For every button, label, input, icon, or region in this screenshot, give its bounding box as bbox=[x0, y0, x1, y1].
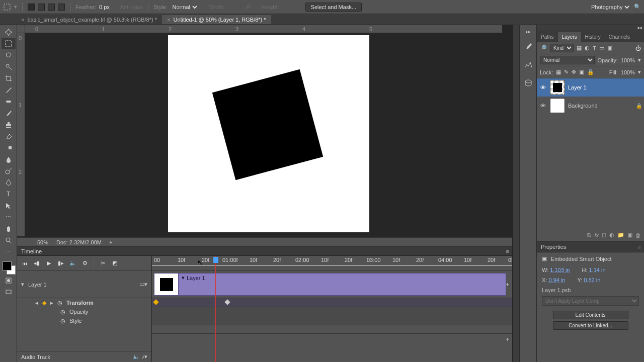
timeline-layer-row[interactable]: ▾ Layer 1 ▭▾ bbox=[17, 271, 151, 298]
filter-toggle[interactable]: ⏻ bbox=[635, 45, 641, 51]
layer-options-icon[interactable]: ▭▾ bbox=[139, 281, 147, 288]
selection-subtract-icon[interactable] bbox=[48, 4, 55, 11]
timeline-prop-style[interactable]: ◷ Style bbox=[17, 316, 151, 325]
layer-thumbnail[interactable] bbox=[550, 80, 565, 95]
filter-icon[interactable]: 🔎 bbox=[540, 45, 547, 51]
chevron-down-icon[interactable]: ▾ bbox=[638, 57, 641, 63]
brush-tool-icon[interactable] bbox=[2, 107, 16, 119]
filter-shape-icon[interactable]: ▭ bbox=[599, 45, 604, 51]
ruler-horizontal[interactable]: 0 1 2 3 4 5 bbox=[25, 25, 502, 33]
ruler-origin[interactable] bbox=[17, 25, 25, 33]
layer-row-layer1[interactable]: 👁 Layer 1 bbox=[537, 78, 644, 97]
select-and-mask-button[interactable]: Select and Mask... bbox=[305, 3, 362, 12]
layer-filter-select[interactable]: Kind bbox=[550, 44, 574, 52]
work-area-bar[interactable] bbox=[152, 263, 512, 268]
prop-y-value[interactable]: 0.82 in bbox=[584, 277, 600, 283]
audio-track-lane[interactable]: ＋ bbox=[152, 333, 512, 344]
prop-x-value[interactable]: 0.94 in bbox=[548, 277, 565, 283]
layer-content-shape[interactable] bbox=[212, 69, 323, 180]
close-icon[interactable]: × bbox=[21, 17, 24, 23]
style-track[interactable] bbox=[152, 316, 512, 325]
keyframe-icon[interactable] bbox=[153, 299, 158, 305]
tab-doc-1[interactable]: × basic_smart_object_example.tif @ 50.3%… bbox=[16, 15, 162, 24]
close-icon[interactable]: × bbox=[167, 17, 170, 23]
lock-paint-icon[interactable]: ✎ bbox=[564, 69, 569, 75]
tab-doc-2[interactable]: × Untitled-1 @ 50% (Layer 1, RGB/8*) * bbox=[162, 15, 271, 24]
next-frame-icon[interactable]: ▮▸ bbox=[57, 260, 64, 267]
add-audio-icon[interactable]: ＋ bbox=[503, 335, 511, 343]
audio-mute-icon[interactable]: 🔈 bbox=[133, 353, 140, 360]
play-icon[interactable]: ▶ bbox=[45, 260, 52, 267]
lock-position-icon[interactable]: ✥ bbox=[572, 69, 576, 75]
layer-name[interactable]: Background bbox=[568, 103, 598, 109]
group-icon[interactable]: 📁 bbox=[617, 232, 624, 238]
lock-all-icon[interactable]: 🔒 bbox=[587, 69, 594, 75]
visibility-icon[interactable]: 👁 bbox=[539, 103, 547, 109]
doc-size[interactable]: Doc: 2.32M/2.00M bbox=[56, 239, 102, 245]
libraries-panel-icon[interactable] bbox=[524, 78, 533, 88]
adjustment-layer-icon[interactable]: ◐ bbox=[609, 232, 614, 238]
chevron-down-icon[interactable]: ▾ bbox=[182, 275, 185, 281]
selection-add-icon[interactable] bbox=[38, 4, 45, 11]
lock-transparent-icon[interactable]: ▦ bbox=[556, 69, 561, 75]
layer-row-background[interactable]: 👁 Background 🔒 bbox=[537, 97, 644, 115]
keyframe-icon[interactable] bbox=[224, 299, 230, 305]
lock-icon[interactable]: 🔒 bbox=[636, 103, 642, 109]
layer-name[interactable]: Layer 1 bbox=[568, 84, 587, 90]
color-swatches[interactable] bbox=[2, 260, 16, 275]
add-media-icon[interactable]: ＋ bbox=[503, 281, 511, 289]
zoom-level[interactable]: 50% bbox=[37, 239, 48, 245]
filter-pixel-icon[interactable]: ▦ bbox=[577, 45, 582, 51]
mute-icon[interactable]: 🔈 bbox=[69, 260, 76, 267]
opacity-value[interactable]: 100% bbox=[621, 57, 635, 63]
trash-icon[interactable]: 🗑 bbox=[635, 232, 641, 238]
adjustments-panel-icon[interactable] bbox=[524, 60, 533, 70]
stopwatch-icon[interactable]: ◷ bbox=[60, 318, 65, 324]
keyframe-toggle-icon[interactable]: ◆ bbox=[42, 300, 46, 306]
style-select[interactable]: Normal bbox=[171, 4, 199, 11]
quick-select-tool-icon[interactable] bbox=[2, 61, 16, 72]
workspace-select[interactable]: Photography bbox=[589, 4, 631, 11]
screen-mode-icon[interactable] bbox=[2, 286, 16, 298]
layer-thumbnail[interactable] bbox=[550, 98, 565, 113]
visibility-icon[interactable]: 👁 bbox=[539, 84, 547, 90]
edit-contents-button[interactable]: Edit Contents bbox=[553, 311, 628, 319]
quick-mask-icon[interactable] bbox=[2, 275, 16, 286]
fx-icon[interactable]: fx bbox=[594, 232, 599, 238]
path-select-tool-icon[interactable] bbox=[2, 200, 16, 211]
selection-intersect-icon[interactable] bbox=[58, 4, 65, 11]
canvas-area[interactable]: 0 1 2 3 4 5 0 1 2 50% Doc: 2.32M/2.00M ▸ bbox=[17, 25, 512, 246]
marquee-tool-icon[interactable] bbox=[3, 3, 11, 11]
pen-tool-icon[interactable] bbox=[2, 176, 16, 188]
tab-layers[interactable]: Layers bbox=[558, 32, 581, 42]
dodge-tool-icon[interactable] bbox=[2, 165, 16, 176]
collapse-arrows-icon[interactable]: ◂◂ bbox=[537, 25, 644, 30]
collapse-arrows-icon[interactable]: ▸▸ bbox=[526, 29, 531, 34]
new-layer-icon[interactable]: ▣ bbox=[627, 232, 632, 238]
blend-mode-select[interactable]: Normal bbox=[540, 56, 595, 64]
ellipsis-icon[interactable]: ⋯ bbox=[2, 211, 16, 223]
lock-artboard-icon[interactable]: ▣ bbox=[579, 69, 584, 75]
audio-track-row[interactable]: Audio Track 🔈 ♪▾ bbox=[17, 351, 151, 362]
timeline-prop-transform[interactable]: ◂ ◆ ▸ ◷ Transform bbox=[17, 298, 151, 307]
chevron-down-icon[interactable]: ▾ bbox=[21, 281, 24, 288]
lasso-tool-icon[interactable] bbox=[2, 49, 16, 61]
blur-tool-icon[interactable] bbox=[2, 153, 16, 165]
prop-h-value[interactable]: 1.14 in bbox=[589, 267, 606, 273]
fill-value[interactable]: 100% bbox=[621, 69, 635, 75]
stopwatch-icon[interactable]: ◷ bbox=[57, 300, 62, 306]
feather-value[interactable]: 0 px bbox=[99, 4, 110, 10]
mask-icon[interactable]: ◻ bbox=[602, 232, 606, 238]
playhead[interactable] bbox=[215, 256, 216, 362]
ellipsis-icon[interactable]: ⋯ bbox=[2, 246, 16, 257]
healing-tool-icon[interactable] bbox=[2, 96, 16, 107]
document-canvas[interactable] bbox=[168, 35, 369, 232]
prev-frame-icon[interactable]: ◂▮ bbox=[33, 260, 40, 267]
link-layers-icon[interactable]: ⧉ bbox=[587, 232, 591, 238]
crop-tool-icon[interactable] bbox=[2, 72, 16, 84]
eraser-tool-icon[interactable] bbox=[2, 130, 16, 142]
filter-type-icon[interactable]: T bbox=[593, 45, 596, 51]
tab-channels[interactable]: Channels bbox=[605, 32, 634, 42]
tab-paths[interactable]: Paths bbox=[537, 32, 558, 42]
search-icon[interactable]: 🔍 bbox=[634, 4, 641, 10]
